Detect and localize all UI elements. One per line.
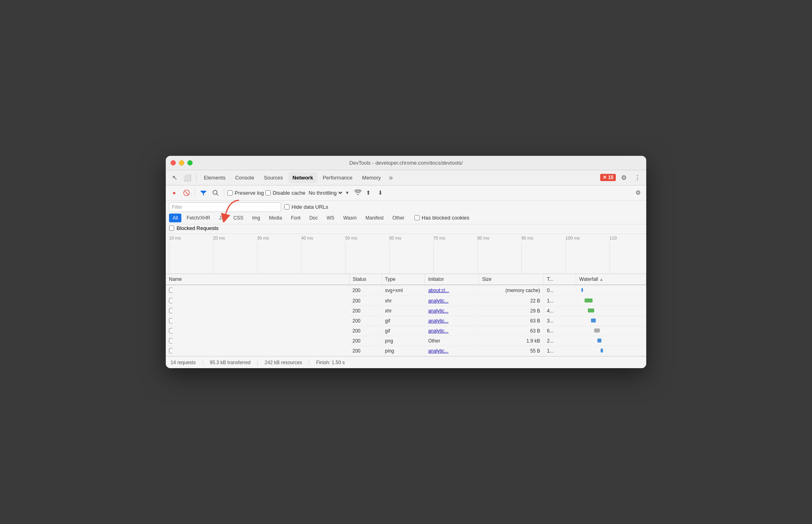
row-initiator[interactable]: analytic... [425,296,479,306]
toolbar-sep-2 [224,189,224,197]
tick-1: 10 ms [169,236,213,240]
row-status: 200 [349,285,382,296]
has-blocked-cookies-text: Has blocked cookies [422,215,469,221]
devtools-settings-btn[interactable]: ⚙ [618,172,629,183]
col-header-time[interactable]: T... [543,274,576,285]
table-row[interactable]: collect?t=dc&aip=1&_r=3&v=1&_v=j90&tid..… [166,306,646,316]
devtools-more-btn[interactable]: ⋮ [632,172,643,183]
table-row[interactable]: favicon-32x32.png200pngOther1.9 kB2... [166,336,646,346]
filter-btn-img[interactable]: Img [249,214,264,222]
minimize-button[interactable] [179,160,184,165]
row-type: xhr [382,296,425,306]
row-time: 4... [543,306,576,316]
filter-btn-js[interactable]: JS [215,214,228,222]
download-btn[interactable]: ⬇ [375,187,386,198]
filter-type-buttons: All Fetch/XHR JS CSS Img Media Font Doc … [169,214,643,222]
record-btn[interactable]: ● [169,187,179,198]
network-table: Name Status Type Initiator Size [166,274,646,357]
has-blocked-cookies-checkbox[interactable] [414,215,420,220]
row-initiator[interactable]: analytic... [425,306,479,316]
tab-console[interactable]: Console [231,172,258,183]
tick-2: 20 ms [213,236,257,240]
tick-5: 50 ms [345,236,389,240]
col-header-size[interactable]: Size [479,274,544,285]
filter-row-1: Filter Hide data URLs [169,202,643,212]
row-initiator: Other [425,336,479,346]
search-btn[interactable] [210,187,221,198]
filter-btn-fetch-xhr[interactable]: Fetch/XHR [183,214,214,222]
row-checkbox[interactable] [169,328,173,333]
table-row[interactable]: ga-audiences?t=sr&aip=1&_r=4&slf_rd=1&..… [166,316,646,326]
disable-cache-checkbox[interactable] [265,190,271,195]
table-row[interactable]: ga-audiences?t=sr&aip=1&_r=4&slf_rd=1&..… [166,326,646,336]
disable-cache-label[interactable]: Disable cache [265,190,306,196]
error-count: 15 [608,175,613,180]
table-row[interactable]: collect200pinganalytic...55 B1... [166,346,646,356]
hide-data-urls-checkbox[interactable] [284,204,289,210]
filter-btn-all[interactable]: All [169,214,181,222]
tab-memory[interactable]: Memory [358,172,385,183]
status-bar: 14 requests | 95.3 kB transferred | 242 … [166,356,646,368]
col-header-name[interactable]: Name [166,274,349,285]
tab-performance[interactable]: Performance [319,172,356,183]
has-blocked-cookies-label[interactable]: Has blocked cookies [414,215,469,221]
blocked-requests-checkbox[interactable] [169,226,174,231]
upload-btn[interactable]: ⬆ [363,187,374,198]
preserve-log-checkbox[interactable] [227,190,233,195]
svg-line-1 [217,194,218,195]
clear-btn[interactable]: 🚫 [181,187,191,198]
row-checkbox[interactable] [169,338,173,343]
filter-btn-wasm[interactable]: Wasm [340,214,360,222]
filter-input-wrap[interactable]: Filter [169,202,281,212]
tab-elements[interactable]: Elements [200,172,229,183]
filter-btn-doc[interactable]: Doc [306,214,321,222]
table-row[interactable]: ▦data:image/svg+xml;...200svg+xmlabout:c… [166,285,646,296]
col-header-initiator[interactable]: Initiator [425,274,479,285]
row-initiator[interactable]: analytic... [425,326,479,336]
throttle-select[interactable]: No throttling [307,189,344,196]
row-type: gif [382,326,425,336]
tick-6: 60 ms [389,236,433,240]
col-header-status[interactable]: Status [349,274,382,285]
tick-8: 80 ms [477,236,521,240]
close-button[interactable] [171,160,176,165]
filter-btn-other[interactable]: Other [389,214,408,222]
row-checkbox[interactable] [169,308,173,313]
filter-btn-media[interactable]: Media [265,214,286,222]
network-table-container[interactable]: Name Status Type Initiator Size [166,274,646,357]
row-initiator[interactable]: analytic... [425,346,479,356]
row-initiator[interactable]: about:cl... [425,285,479,296]
filter-btn-manifest[interactable]: Manifest [362,214,387,222]
table-row[interactable]: collect?v=1&_v=j90&a=1837457034&t=pa...2… [166,296,646,306]
col-header-type[interactable]: Type [382,274,425,285]
row-checkbox[interactable] [169,318,173,323]
title-bar: DevTools - developer.chrome.com/docs/dev… [166,156,646,170]
row-size: 1.9 kB [479,336,544,346]
filter-btn-css[interactable]: CSS [230,214,247,222]
col-header-waterfall[interactable]: Waterfall ▲ [576,274,646,285]
row-initiator[interactable]: analytic... [425,316,479,326]
row-status: 200 [349,296,382,306]
row-waterfall [576,336,646,346]
hide-data-urls-label[interactable]: Hide data URLs [284,204,328,210]
row-checkbox[interactable] [169,298,173,303]
tab-network[interactable]: Network [289,172,317,183]
row-time: 1... [543,296,576,306]
cursor-icon-btn[interactable]: ↖ [169,172,180,183]
row-waterfall [576,346,646,356]
network-settings-btn[interactable]: ⚙ [633,187,643,198]
tab-more-btn[interactable]: » [386,172,395,183]
row-checkbox[interactable] [169,348,173,353]
filter-btn-ws[interactable]: WS [323,214,338,222]
filter-btn-font[interactable]: Font [287,214,304,222]
tab-sources[interactable]: Sources [260,172,287,183]
maximize-button[interactable] [187,160,193,165]
tick-10: 100 ms [565,236,609,240]
preserve-log-label[interactable]: Preserve log [227,190,264,196]
row-checkbox[interactable] [169,288,173,293]
row-waterfall [576,285,646,296]
svg-point-0 [213,190,217,194]
row-waterfall [576,316,646,326]
inspect-icon-btn[interactable]: ⬜ [182,172,193,183]
filter-btn[interactable] [198,187,209,198]
